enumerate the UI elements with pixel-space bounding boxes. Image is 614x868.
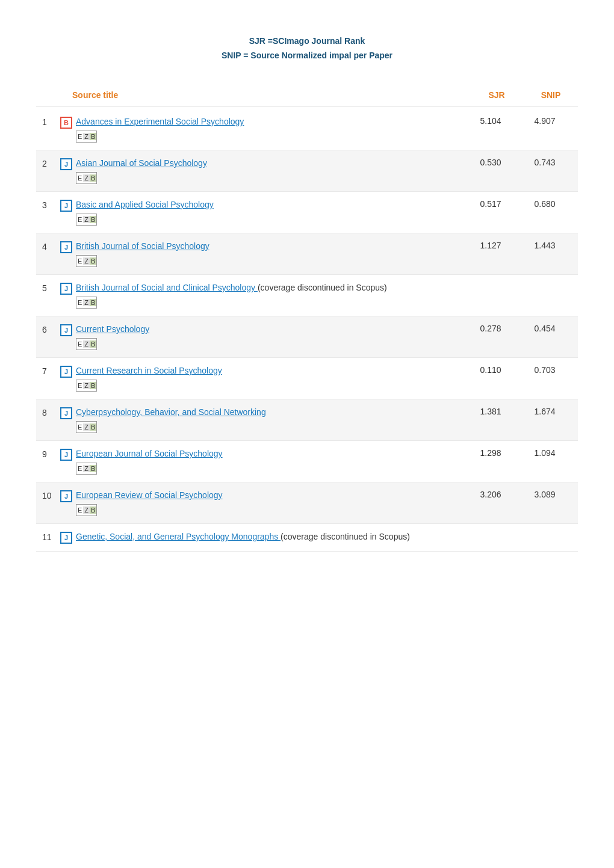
entry-title-block: Asian Journal of Social PsychologyEZB [76,158,464,184]
ezb-badge[interactable]: EZB [76,255,97,267]
entry-row: 8JCyberpsychology, Behavior, and Social … [36,407,578,433]
journal-type-icon: J [60,532,72,544]
snip-definition: SNIP = Source Normalized impal per Paper [36,51,578,60]
entry-number: 10 [42,490,60,500]
entry-row: 4JBritish Journal of Social PsychologyEZ… [36,241,578,267]
list-item: 6JCurrent PsychologyEZB0.2780.454 [36,316,578,358]
entry-title-block: British Journal of Social PsychologyEZB [76,241,464,267]
journal-type-icon: J [60,366,72,378]
ezb-b-label: B [90,133,96,140]
entry-title-block: Current Research in Social PsychologyEZB [76,365,464,392]
ezb-z-label: Z [83,423,90,431]
entry-title-block: Current PsychologyEZB [76,324,464,350]
entry-title-block: Basic and Applied Social PsychologyEZB [76,199,464,226]
header-section: SJR =SCImago Journal Rank SNIP = Source … [36,24,578,60]
ezb-z-label: Z [83,174,90,182]
snip-value: 0.680 [518,199,572,209]
ezb-e-label: E [76,299,83,306]
list-item: 5JBritish Journal of Social and Clinical… [36,275,578,316]
journal-title-link[interactable]: Cyberpsychology, Behavior, and Social Ne… [76,407,266,417]
ezb-e-label: E [76,423,83,431]
ezb-badge[interactable]: EZB [76,172,97,184]
entry-row: 10JEuropean Review of Social PsychologyE… [36,490,578,516]
ezb-z-label: Z [83,465,90,472]
ezb-e-label: E [76,506,83,514]
entry-number: 6 [42,324,60,334]
entry-row: 3JBasic and Applied Social PsychologyEZB… [36,199,578,226]
sjr-definition: SJR =SCImago Journal Rank [36,36,578,46]
journal-title-link[interactable]: Advances in Experimental Social Psycholo… [76,117,244,126]
entry-number: 7 [42,365,60,376]
journal-type-icon: J [60,200,72,212]
journal-title-link[interactable]: Current Research in Social Psychology [76,366,222,375]
entry-number: 3 [42,199,60,210]
sjr-value: 0.278 [464,324,518,333]
list-item: 11JGenetic, Social, and General Psycholo… [36,524,578,552]
journal-title-extra: (coverage discontinued in Scopus) [281,532,410,541]
ezb-badge[interactable]: EZB [76,504,97,516]
entry-title-block: Advances in Experimental Social Psycholo… [76,116,464,143]
snip-value: 0.703 [518,365,572,375]
snip-value: 4.907 [518,116,572,126]
ezb-b-label: B [90,340,96,348]
journal-title-link[interactable]: European Journal of Social Psychology [76,449,223,458]
list-item: 1BAdvances in Experimental Social Psycho… [36,109,578,150]
source-col-header: Source title [72,90,470,100]
ezb-e-label: E [76,216,83,223]
list-item: 10JEuropean Review of Social PsychologyE… [36,482,578,524]
ezb-badge[interactable]: EZB [76,214,97,226]
journal-title-link[interactable]: Current Psychology [76,324,149,334]
ezb-badge[interactable]: EZB [76,380,97,392]
ezb-badge[interactable]: EZB [76,131,97,143]
entry-number: 8 [42,407,60,417]
journal-type-icon: J [60,449,72,461]
list-item: 7JCurrent Research in Social PsychologyE… [36,358,578,399]
entry-title-block: Genetic, Social, and General Psychology … [76,531,464,542]
ezb-e-label: E [76,465,83,472]
sjr-col-header: SJR [470,90,524,100]
entry-row: 9JEuropean Journal of Social PsychologyE… [36,448,578,475]
list-item: 3JBasic and Applied Social PsychologyEZB… [36,192,578,233]
sjr-value: 0.517 [464,199,518,209]
ezb-z-label: Z [83,299,90,306]
ezb-badge[interactable]: EZB [76,463,97,475]
entry-title-block: European Review of Social PsychologyEZB [76,490,464,516]
ezb-z-label: Z [83,506,90,514]
journal-title-link[interactable]: British Journal of Social and Clinical P… [76,283,258,292]
journal-title-link[interactable]: Basic and Applied Social Psychology [76,200,214,209]
journal-title-extra: (coverage discontinued in Scopus) [258,283,387,292]
ezb-b-label: B [90,216,96,223]
journal-title-link[interactable]: British Journal of Social Psychology [76,241,209,251]
list-item: 4JBritish Journal of Social PsychologyEZ… [36,233,578,275]
journal-type-icon: J [60,241,72,253]
ezb-e-label: E [76,174,83,182]
entries-list: 1BAdvances in Experimental Social Psycho… [36,109,578,552]
list-item: 2JAsian Journal of Social PsychologyEZB0… [36,150,578,192]
entry-row: 1BAdvances in Experimental Social Psycho… [36,116,578,143]
journal-title-link[interactable]: Genetic, Social, and General Psychology … [76,532,281,541]
snip-value: 1.674 [518,407,572,416]
ezb-b-label: B [90,174,96,182]
ezb-badge[interactable]: EZB [76,338,97,350]
journal-type-icon: J [60,283,72,295]
entry-row: 2JAsian Journal of Social PsychologyEZB0… [36,158,578,184]
entry-number: 5 [42,282,60,293]
list-item: 8JCyberpsychology, Behavior, and Social … [36,399,578,441]
journal-type-icon: J [60,158,72,170]
ezb-b-label: B [90,382,96,389]
ezb-badge[interactable]: EZB [76,297,97,309]
entry-title-block: European Journal of Social PsychologyEZB [76,448,464,475]
snip-value: 1.443 [518,241,572,250]
snip-col-header: SNIP [524,90,578,100]
entry-row: 7JCurrent Research in Social PsychologyE… [36,365,578,392]
journal-title-link[interactable]: Asian Journal of Social Psychology [76,158,207,168]
ezb-e-label: E [76,257,83,265]
ezb-b-label: B [90,257,96,265]
sjr-value: 1.381 [464,407,518,416]
entry-number: 1 [42,116,60,127]
ezb-badge[interactable]: EZB [76,421,97,433]
snip-value: 0.454 [518,324,572,333]
ezb-z-label: Z [83,216,90,223]
journal-title-link[interactable]: European Review of Social Psychology [76,490,223,500]
entry-number: 2 [42,158,60,168]
